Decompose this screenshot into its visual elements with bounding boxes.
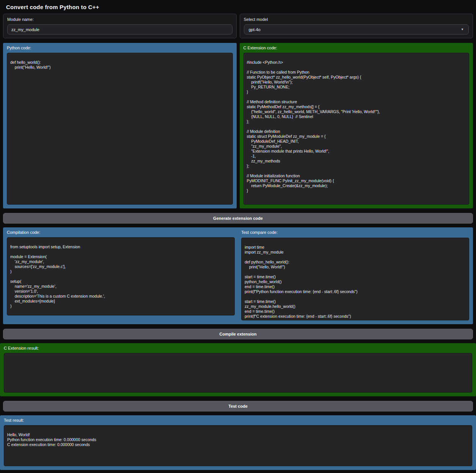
test-compare-code-textbox[interactable]: import time import zz_my_module def pyth…: [241, 238, 469, 320]
model-select-card: Select model gpt-4o ▼: [240, 14, 473, 38]
caret-down-icon: ▼: [461, 28, 464, 31]
model-select-dropdown[interactable]: gpt-4o ▼: [244, 24, 469, 35]
compilation-panels-row: Compilation code: from setuptools import…: [3, 227, 473, 324]
module-name-label: Module name:: [7, 17, 233, 22]
c-extension-code-panel: C Extension code: #include <Python.h> //…: [240, 43, 473, 208]
generate-extension-code-button[interactable]: Generate extension code: [3, 213, 473, 224]
python-code-panel: Python code: def hello_world(): print("H…: [3, 43, 237, 208]
test-result-textbox[interactable]: Hello, World! Python function execution …: [4, 425, 472, 466]
python-code-label: Python code:: [7, 46, 233, 50]
c-extension-code-textbox[interactable]: #include <Python.h> // Function to be ca…: [243, 53, 470, 205]
model-select-label: Select model: [244, 17, 469, 22]
c-extension-result-panel: C Extension result:: [0, 343, 476, 396]
code-panels-row: Python code: def hello_world(): print("H…: [3, 43, 473, 208]
settings-row: Module name: Select model gpt-4o ▼: [3, 14, 473, 38]
c-extension-result-label: C Extension result:: [4, 346, 472, 350]
module-name-input[interactable]: [7, 24, 233, 35]
test-compare-code-column: Test compare code: import time import zz…: [241, 230, 469, 320]
test-code-button[interactable]: Test code: [3, 401, 473, 412]
compilation-code-textbox[interactable]: from setuptools import setup, Extension …: [7, 237, 235, 315]
c-extension-result-textbox[interactable]: [4, 353, 472, 393]
model-select-value: gpt-4o: [249, 27, 261, 32]
compilation-code-column: Compilation code: from setuptools import…: [7, 230, 235, 320]
module-name-card: Module name:: [3, 14, 237, 38]
compile-extension-button[interactable]: Compile extension: [3, 329, 473, 339]
test-result-label: Test result:: [4, 418, 472, 423]
python-code-textbox[interactable]: def hello_world(): print("Hello, World!"…: [7, 53, 233, 205]
test-compare-code-label: Test compare code:: [241, 230, 469, 235]
c-extension-code-label: C Extension code:: [243, 46, 470, 50]
compilation-code-label: Compilation code:: [7, 230, 235, 235]
test-result-panel: Test result: Hello, World! Python functi…: [0, 415, 476, 470]
page-title: Convert code from Python to C++: [0, 0, 476, 14]
